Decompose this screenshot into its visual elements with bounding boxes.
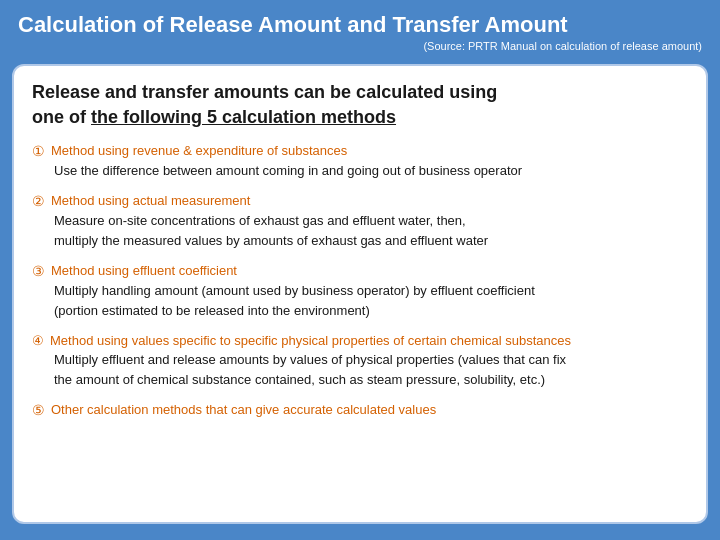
- method-1-num: ①: [32, 143, 45, 159]
- method-4: ④ Method using values specific to specif…: [32, 333, 688, 389]
- method-2-desc: Measure on-site concentrations of exhaus…: [54, 211, 688, 250]
- method-5-title-text: Other calculation methods that can give …: [51, 402, 436, 417]
- header: Calculation of Release Amount and Transf…: [0, 0, 720, 60]
- page-title: Calculation of Release Amount and Transf…: [18, 12, 702, 38]
- source-citation: (Source: PRTR Manual on calculation of r…: [18, 40, 702, 52]
- method-1-title-text: Method using revenue & expenditure of su…: [51, 143, 347, 158]
- method-1-desc: Use the difference between amount coming…: [54, 161, 688, 181]
- method-3-num: ③: [32, 263, 45, 279]
- method-2: ② Method using actual measurement Measur…: [32, 193, 688, 250]
- heading-underline: the following 5 calculation methods: [91, 107, 396, 127]
- method-4-num: ④: [32, 333, 44, 348]
- heading-line2-prefix: one of: [32, 107, 91, 127]
- method-3: ③ Method using effluent coefficient Mult…: [32, 263, 688, 320]
- method-2-title: ② Method using actual measurement: [32, 193, 688, 209]
- method-5: ⑤ Other calculation methods that can giv…: [32, 402, 688, 418]
- method-2-title-text: Method using actual measurement: [51, 193, 250, 208]
- method-3-title-text: Method using effluent coefficient: [51, 263, 237, 278]
- method-1-title: ① Method using revenue & expenditure of …: [32, 143, 688, 159]
- card-heading: Release and transfer amounts can be calc…: [32, 80, 688, 129]
- main-card: Release and transfer amounts can be calc…: [12, 64, 708, 524]
- method-5-title: ⑤ Other calculation methods that can giv…: [32, 402, 688, 418]
- method-4-desc: Multiply effluent and release amounts by…: [54, 350, 688, 389]
- method-2-num: ②: [32, 193, 45, 209]
- method-4-title: ④ Method using values specific to specif…: [32, 333, 688, 348]
- method-1: ① Method using revenue & expenditure of …: [32, 143, 688, 181]
- heading-line1: Release and transfer amounts can be calc…: [32, 82, 497, 102]
- method-4-title-text: Method using values specific to specific…: [50, 333, 571, 348]
- method-5-num: ⑤: [32, 402, 45, 418]
- method-3-title: ③ Method using effluent coefficient: [32, 263, 688, 279]
- method-3-desc: Multiply handling amount (amount used by…: [54, 281, 688, 320]
